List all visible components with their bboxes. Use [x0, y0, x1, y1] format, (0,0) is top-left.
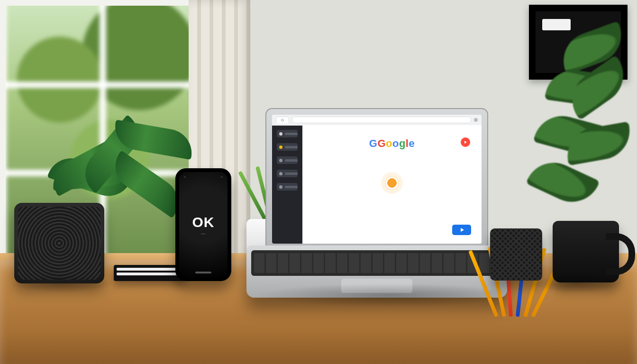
- laptop-screen: G GGoogle: [272, 115, 482, 244]
- foreground-plant-right: [504, 28, 637, 199]
- phone-status-right: ··: [221, 175, 223, 179]
- primary-action-button[interactable]: [452, 225, 471, 235]
- sidebar-item[interactable]: [277, 183, 298, 191]
- notebook: [114, 265, 185, 281]
- app-sidebar: [272, 125, 302, 244]
- phone-headline: OK: [192, 214, 215, 230]
- potted-plant-left: [5, 84, 147, 208]
- sidebar-item[interactable]: [277, 156, 298, 164]
- browser-tab[interactable]: G: [276, 117, 289, 123]
- smartphone: ·· ·· OK ·····: [175, 168, 231, 281]
- phone-screen: ·· ·· OK ·····: [179, 172, 228, 277]
- sidebar-item[interactable]: [277, 130, 298, 137]
- shadow: [256, 283, 521, 307]
- plant-pot-left: [14, 203, 104, 283]
- laptop-keyboard: [251, 250, 502, 276]
- address-bar[interactable]: [292, 117, 471, 123]
- window-control-icon[interactable]: [474, 118, 478, 122]
- phone-home-indicator: [195, 272, 211, 273]
- laptop-lid: G GGoogle: [265, 108, 488, 250]
- coffee-mug: [553, 221, 619, 282]
- workspace-photo: ·· ·· OK ····· G: [0, 0, 637, 364]
- notification-badge-icon[interactable]: [461, 137, 470, 147]
- center-orange-icon[interactable]: [385, 176, 399, 190]
- shadow: [9, 274, 114, 293]
- pencil-cup: [490, 228, 542, 281]
- browser-content: GGoogle: [302, 125, 482, 244]
- sidebar-item[interactable]: [277, 143, 298, 151]
- browser-chrome: G: [272, 115, 482, 126]
- google-logo: GGoogle: [369, 137, 415, 150]
- sidebar-item[interactable]: [277, 170, 298, 177]
- phone-status-left: ··: [184, 175, 186, 179]
- phone-subline: ·····: [201, 232, 206, 236]
- phone-status-bar: ·· ··: [184, 175, 223, 179]
- shadow: [529, 274, 624, 293]
- laptop: G GGoogle: [265, 108, 488, 298]
